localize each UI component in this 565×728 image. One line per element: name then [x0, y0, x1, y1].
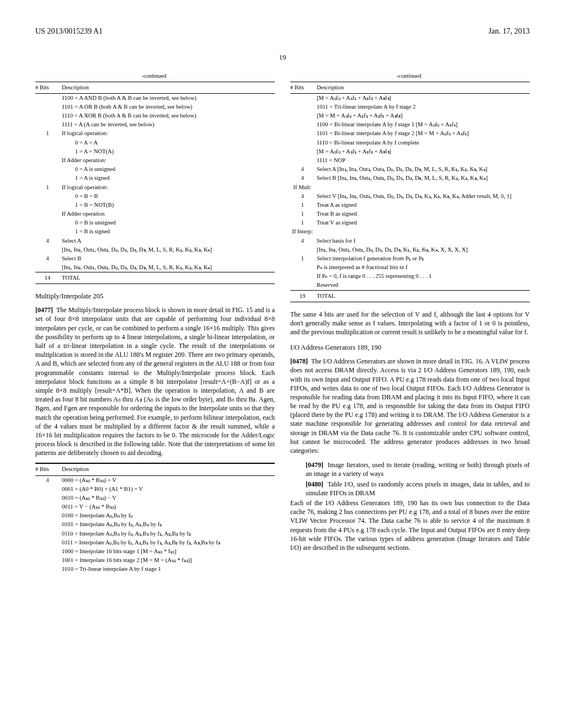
cell-desc: Treat A as signed	[317, 201, 530, 210]
cell-bits	[35, 103, 62, 111]
cell-bits	[290, 111, 317, 120]
table-row: 0 = A = A	[35, 138, 275, 147]
table-row: 0 = A is unsigned	[35, 165, 275, 174]
cell-desc: Pₙ is interpreted as # fractional bits i…	[317, 263, 530, 272]
cell-desc: 0 = A = A	[62, 138, 275, 147]
table-row: 1Treat V as signed	[290, 218, 530, 227]
cell-desc: Select basis for f	[317, 237, 530, 245]
list-text: Image Iterators, used to iterate (readin…	[306, 461, 530, 478]
continued-label: -continued	[35, 72, 275, 82]
table-row: 1 = A = NOT(A)	[35, 147, 275, 156]
table-row: 0110 = Interpolate A₀,B₀ by f₀, A₁,B₁ by…	[35, 529, 275, 538]
table-row: 1111 = A (A can be inverted, see below)	[35, 120, 275, 129]
table-row: Reserved	[290, 281, 530, 290]
cell-desc: If logical operation:	[62, 183, 275, 192]
para-num: [0479]	[306, 461, 323, 469]
cell-desc: Select B	[62, 254, 275, 263]
col-desc-header: Description	[317, 82, 530, 93]
total-label: TOTAL	[317, 290, 530, 302]
table-row: 1001 = Interpolate 16 bits stage 2 [M = …	[35, 556, 275, 565]
cell-bits	[290, 93, 317, 103]
table-row: [M = A₀f₀ + A₁f₁ + A₂f₂ + A₃f₃]	[290, 93, 530, 103]
col-bits-header: # Bits	[290, 82, 317, 93]
cell-desc: 0 = A is unsigned	[62, 165, 275, 174]
cell-desc: 0 = B is unsigned	[62, 218, 275, 227]
table-row: 1 = B is signed	[35, 227, 275, 236]
table-row: 1 = A is signed	[35, 174, 275, 183]
cell-desc: 0010 = (A₁₀ * B₁₀) − V	[62, 494, 275, 502]
table-1-body: 1100 = A AND B (both A & B can be invert…	[35, 93, 275, 272]
para-text: The Multiply/Interpolate process block i…	[35, 306, 275, 457]
cell-desc: Select interpolation f generation from P…	[317, 254, 530, 263]
cell-bits	[35, 547, 62, 556]
col-desc-header: Description	[62, 464, 275, 475]
cell-bits	[290, 103, 317, 111]
cell-desc	[317, 227, 530, 236]
table-row: 1000 = Interpolate 16 bits stage 1 [M = …	[35, 547, 275, 556]
table-row: 1Treat A as signed	[290, 201, 530, 210]
paragraph-0478: [0478] The I/O Address Generators are sh…	[290, 357, 530, 455]
page-number: 19	[35, 52, 530, 62]
cell-desc: 1110 = A XOR B (both A & B can be invert…	[62, 111, 275, 120]
cell-desc: 1 = B = NOT(B)	[62, 201, 275, 210]
table-row: If Interp:	[290, 227, 530, 236]
table-row: 1Select interpolation f generation from …	[290, 254, 530, 263]
cell-desc: 1100 = Bi-linear interpolate A by f stag…	[317, 120, 530, 129]
cell-desc: 1111 = A (A can be inverted, see below)	[62, 120, 275, 129]
table-row: If Adder operation:	[35, 156, 275, 165]
cell-bits	[35, 529, 62, 538]
table-row: 4Select V [In₁, In₂, Out₁, Out₂, D₀, D₁,…	[290, 192, 530, 201]
cell-desc: 1 = A is signed	[62, 174, 275, 183]
cell-bits	[35, 156, 62, 165]
pub-date: Jan. 17, 2013	[488, 26, 530, 37]
cell-bits	[35, 138, 62, 147]
cell-bits: If Interp:	[290, 227, 317, 236]
cell-bits	[290, 281, 317, 290]
cell-desc: 1101 = A OR B (both A & B can be inverte…	[62, 103, 275, 111]
table-row: 1If logical operation:	[35, 129, 275, 138]
cell-desc: 1100 = A AND B (both A & B can be invert…	[62, 93, 275, 103]
table-row: 4Select A	[35, 237, 275, 245]
table-row: 1If logical operation:	[35, 183, 275, 192]
cell-bits	[35, 263, 62, 272]
table-row: 0011 = V − (A₁₀ * B₁₀)	[35, 502, 275, 511]
cell-bits: 1	[35, 183, 62, 192]
cell-bits: 1	[290, 218, 317, 227]
total-bits: 19	[290, 290, 317, 302]
table-row: Pₙ is interpreted as # fractional bits i…	[290, 263, 530, 272]
table-row: [M = A₀f₀ + A₁f₁ + A₂f₂ + A₃f₃]	[290, 147, 530, 156]
table-row: 4Select B	[35, 254, 275, 263]
cell-bits	[35, 210, 62, 218]
cell-desc: 0101 = Interpolate A₀,B₀ by f₀, A₁,B₁ by…	[62, 520, 275, 529]
cell-desc: If Adder operation	[62, 210, 275, 218]
cell-bits	[35, 147, 62, 156]
cell-bits	[35, 565, 62, 574]
table-row: 1101 = Bi-linear interpolate A by f stag…	[290, 129, 530, 138]
cell-bits	[290, 138, 317, 147]
cell-bits	[35, 538, 62, 547]
cell-desc: [M = M + A₀f₀ + A₁f₁ + A₂f₂ + A₃f₃]	[317, 111, 530, 120]
table-row: If Adder operation	[35, 210, 275, 218]
total-label: TOTAL	[62, 272, 275, 284]
cell-bits	[35, 165, 62, 174]
cell-bits	[35, 485, 62, 494]
cell-desc: 0100 = Interpolate A₀,B₀ by f₀	[62, 511, 275, 520]
table-row: 0001 = (A0 * B0) + (A1 * B1) + V	[35, 485, 275, 494]
cell-desc: If logical operation:	[62, 129, 275, 138]
cell-desc: [In₁, In₂, Out₁, Out₂, D₀, D₁, D₂, D₃, M…	[62, 263, 275, 272]
table-row: [In₁, In₂, Out₁, Out₂, D₀, D₁, D₂, D₃, M…	[35, 245, 275, 254]
list-item-0479: [0479] Image Iterators, used to iterate …	[290, 461, 530, 478]
cell-desc: 1101 = Bi-linear interpolate A by f stag…	[317, 129, 530, 138]
table-row: [In₁, In₂, Out₁, Out₂, D₀, D₁, D₂, D₃, K…	[290, 245, 530, 254]
table-row: 0101 = Interpolate A₀,B₀ by f₀, A₁,B₁ by…	[35, 520, 275, 529]
table-row: 1100 = Bi-linear interpolate A by f stag…	[290, 120, 530, 129]
cell-bits: If Mult:	[290, 183, 317, 192]
cell-desc: 1 = A = NOT(A)	[62, 147, 275, 156]
cell-desc: 1010 = Tri-linear interpolate A by f sta…	[62, 565, 275, 574]
col-bits-header: # Bits	[35, 464, 62, 475]
cell-desc: 1110 = Bi-linear interpolate A by f comp…	[317, 138, 530, 147]
cell-desc: If Adder operation:	[62, 156, 275, 165]
cell-bits	[35, 201, 62, 210]
para-num: [0480]	[306, 480, 323, 488]
cell-bits	[35, 93, 62, 103]
